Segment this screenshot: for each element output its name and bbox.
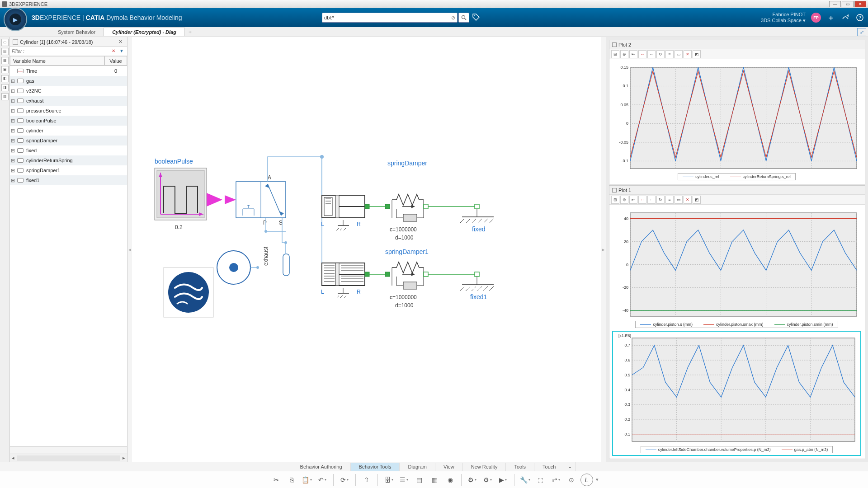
plot-tool-6[interactable]: ≡ bbox=[665, 196, 674, 204]
scroll-right-icon[interactable]: ▸ bbox=[121, 455, 127, 461]
plot-tool-8[interactable]: ✕ bbox=[684, 50, 692, 58]
port-fixed-top[interactable] bbox=[475, 204, 479, 209]
expand-icon[interactable]: ⊞ bbox=[10, 88, 15, 94]
variable-filter-input[interactable] bbox=[12, 49, 109, 54]
variable-browser-close-button[interactable]: ✕ bbox=[117, 39, 124, 45]
plot-tool-8[interactable]: ✕ bbox=[684, 196, 692, 204]
block-springDamper-top[interactable] bbox=[392, 194, 424, 221]
port-cyl-out-top[interactable] bbox=[365, 204, 369, 209]
cut-button[interactable]: ✂ bbox=[270, 474, 283, 486]
left-tool-1[interactable]: ▭ bbox=[1, 39, 9, 46]
tab-expand-button[interactable]: ⤢ bbox=[857, 28, 866, 36]
next-button[interactable]: ⊙ bbox=[565, 474, 578, 486]
bottom-tab-diagram[interactable]: Diagram bbox=[400, 463, 435, 471]
block-cylinder-top[interactable]: L R bbox=[321, 195, 365, 230]
help-button[interactable]: ? bbox=[855, 13, 864, 22]
plot-2-chart[interactable]: 0.00.20.40.60.81.0-0.1-0.0500.050.10.15 bbox=[612, 62, 861, 171]
plot-tool-9[interactable]: ◩ bbox=[693, 50, 701, 58]
block-cylinder-bottom[interactable]: L R bbox=[321, 263, 365, 298]
variable-row[interactable]: Time 0 bbox=[10, 66, 127, 76]
italic-button[interactable]: L bbox=[580, 474, 593, 486]
variable-scrollbar[interactable]: ◂ ▸ bbox=[10, 454, 127, 462]
plot-tool-4[interactable]: ← bbox=[647, 50, 656, 58]
window-minimize-button[interactable]: — bbox=[829, 1, 841, 7]
expand-icon[interactable]: ⊞ bbox=[10, 98, 15, 104]
variable-col-name[interactable]: Variable Name bbox=[10, 56, 104, 66]
left-splitter[interactable]: ◂ bbox=[127, 37, 132, 462]
variable-row[interactable]: ⊞ springDamper1 bbox=[10, 165, 127, 175]
check-button[interactable]: ◉ bbox=[444, 474, 457, 486]
block-fixed-top[interactable] bbox=[460, 209, 494, 223]
plot-tool-1[interactable]: ⊕ bbox=[620, 50, 628, 58]
plot-2-title[interactable]: Plot 2 bbox=[609, 40, 865, 49]
wrench-button[interactable]: 🔧▾ bbox=[519, 474, 532, 486]
plot-tool-0[interactable]: ⊞ bbox=[611, 196, 619, 204]
cube-button[interactable]: ⬚ bbox=[534, 474, 547, 486]
share-button[interactable] bbox=[841, 13, 850, 22]
variable-row[interactable]: ⊞ cylinder bbox=[10, 126, 127, 136]
tag-button[interactable] bbox=[472, 13, 481, 22]
block-valve[interactable]: T A P S bbox=[236, 174, 286, 226]
filter-clear-button[interactable]: ✕ bbox=[110, 48, 117, 55]
left-tool-7[interactable]: ▥ bbox=[1, 93, 9, 100]
plot-1-title[interactable]: Plot 1 bbox=[609, 186, 865, 195]
search-button[interactable] bbox=[458, 13, 469, 23]
left-tool-4[interactable]: ▣ bbox=[1, 66, 9, 73]
left-tool-6[interactable]: ◨ bbox=[1, 84, 9, 91]
bottom-tab-touch[interactable]: Touch bbox=[534, 463, 564, 471]
plot-tool-5[interactable]: ↻ bbox=[656, 196, 665, 204]
window-maximize-button[interactable]: ▭ bbox=[842, 1, 854, 7]
flow-button[interactable]: ⇄▾ bbox=[550, 474, 562, 486]
variable-row[interactable]: ⊞ booleanPulse bbox=[10, 116, 127, 126]
db-button[interactable]: 🗄▾ bbox=[382, 474, 395, 486]
search-clear-icon[interactable]: ⊘ bbox=[451, 15, 455, 21]
plot-tool-0[interactable]: ⊞ bbox=[611, 50, 619, 58]
scroll-left-icon[interactable]: ◂ bbox=[10, 455, 16, 461]
expand-icon[interactable]: ⊞ bbox=[10, 148, 15, 154]
window-close-button[interactable]: ✕ bbox=[854, 1, 866, 7]
expand-icon[interactable]: ⊞ bbox=[10, 128, 15, 134]
plot-tool-7[interactable]: ▭ bbox=[675, 196, 683, 204]
variable-row[interactable]: ⊞ cylinderReturnSpring bbox=[10, 155, 127, 165]
bottom-tab-behavior-tools[interactable]: Behavior Tools bbox=[351, 463, 400, 471]
plot-tool-3[interactable]: ↔ bbox=[638, 50, 646, 58]
expand-icon[interactable]: ⊞ bbox=[10, 108, 15, 114]
search-input[interactable] bbox=[324, 15, 451, 20]
bottom-tab-more[interactable]: ⌄ bbox=[564, 462, 576, 471]
tab-system-behavior[interactable]: System Behavior bbox=[50, 28, 104, 36]
variable-list[interactable]: Time 0⊞ gas ⊞ v32NC ⊞ exhaust ⊞ pressure… bbox=[10, 66, 127, 446]
left-tool-3[interactable]: ▦ bbox=[1, 57, 9, 64]
add-button[interactable]: ＋ bbox=[826, 13, 835, 22]
plot-tool-3[interactable]: ↔ bbox=[638, 196, 646, 204]
expand-icon[interactable]: ⊞ bbox=[10, 138, 15, 144]
filter-apply-button[interactable]: ▼ bbox=[118, 48, 125, 55]
plot-tool-6[interactable]: ≡ bbox=[665, 50, 674, 58]
user-avatar[interactable]: FP bbox=[811, 13, 821, 23]
panel-button[interactable]: ▦ bbox=[429, 474, 441, 486]
variable-row[interactable]: ⊞ fixed1 bbox=[10, 175, 127, 185]
bottom-tab-new-reality[interactable]: New Reality bbox=[463, 463, 506, 471]
tab-cylinder-encrypted[interactable]: Cylinder (Encrypted) - Diag bbox=[104, 28, 185, 36]
tab-add-button[interactable]: ＋ bbox=[185, 28, 195, 35]
variable-row[interactable]: ⊞ gas bbox=[10, 76, 127, 86]
plot-tool-2[interactable]: ⇤ bbox=[629, 50, 637, 58]
export-button[interactable]: ⇧ bbox=[360, 474, 373, 486]
variable-col-value[interactable]: Value bbox=[104, 56, 127, 66]
left-tool-2[interactable]: ▤ bbox=[1, 48, 9, 55]
bottom-tab-behavior-authoring[interactable]: Behavior Authoring bbox=[292, 463, 351, 471]
block-springDamper-bottom[interactable] bbox=[392, 262, 424, 289]
expand-icon[interactable]: ⊞ bbox=[10, 158, 15, 164]
plot-tool-2[interactable]: ⇤ bbox=[629, 196, 637, 204]
bottom-tab-tools[interactable]: Tools bbox=[506, 463, 534, 471]
variable-row[interactable]: ⊞ pressureSource bbox=[10, 106, 127, 116]
copy-button[interactable]: ⎘ bbox=[285, 474, 298, 486]
compass-button[interactable]: ▶ bbox=[4, 8, 27, 31]
plot-tool-5[interactable]: ↻ bbox=[656, 50, 665, 58]
plot-tool-9[interactable]: ◩ bbox=[693, 196, 701, 204]
right-splitter[interactable]: ▸ bbox=[601, 37, 606, 462]
expand-icon[interactable]: ⊞ bbox=[10, 78, 15, 84]
expand-icon[interactable]: ⊞ bbox=[10, 178, 15, 183]
paste-button[interactable]: 📋▾ bbox=[301, 474, 313, 486]
left-tool-5[interactable]: ◧ bbox=[1, 75, 9, 82]
sheet-button[interactable]: ▤ bbox=[413, 474, 426, 486]
